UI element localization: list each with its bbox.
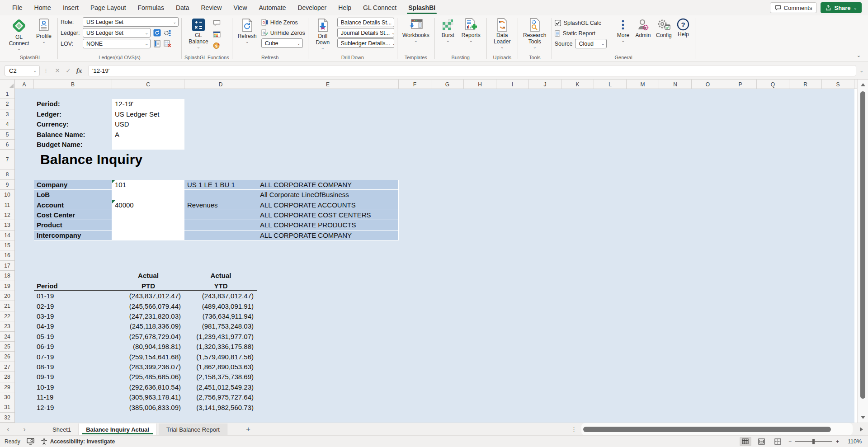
- balance-period[interactable]: 06-19: [34, 342, 112, 352]
- balance-ytd-value[interactable]: (981,753,248.03): [184, 321, 257, 331]
- unhide-zeros-button[interactable]: 0 UnHide Zeros: [261, 28, 305, 38]
- tab-scroll-right[interactable]: ›: [16, 423, 33, 435]
- zoom-level[interactable]: 110%: [844, 438, 862, 445]
- column-header-B[interactable]: B: [34, 80, 112, 89]
- row-header-20[interactable]: 20: [0, 291, 14, 301]
- column-header-H[interactable]: H: [464, 80, 496, 89]
- row-header-9[interactable]: 9: [0, 180, 14, 190]
- research-tools-chevron[interactable]: ⌄: [533, 45, 537, 49]
- balance-ptd-value[interactable]: (257,678,729.04): [112, 332, 184, 342]
- row-header-7[interactable]: 7: [0, 150, 14, 169]
- column-header-F[interactable]: F: [399, 80, 431, 89]
- hide-zeros-button[interactable]: 0 Hide Zeros: [261, 18, 305, 27]
- dim-input-product[interactable]: [112, 220, 184, 230]
- workbooks-button[interactable]: Workbooks ⌄: [400, 17, 432, 42]
- column-header-Q[interactable]: Q: [757, 80, 789, 89]
- column-header-L[interactable]: L: [594, 80, 627, 89]
- column-header-G[interactable]: G: [431, 80, 464, 89]
- role-select[interactable]: US Ledger Set⌄: [83, 17, 179, 27]
- profile-chevron[interactable]: ⌄: [42, 40, 46, 43]
- dim-desc-company[interactable]: US 1 LE 1 BU 1: [184, 180, 257, 190]
- menu-gl-connect[interactable]: GL Connect: [357, 0, 402, 15]
- page-layout-view-button[interactable]: [756, 437, 768, 446]
- balance-ytd-value[interactable]: (736,634,911.94): [184, 311, 257, 321]
- balance-ptd-value[interactable]: (283,399,236.07): [112, 362, 184, 372]
- comment-function-button[interactable]: [212, 19, 221, 27]
- balance-ptd-value[interactable]: (295,485,685.06): [112, 372, 184, 382]
- balance-ptd-value[interactable]: (243,837,012.47): [112, 291, 184, 301]
- dim-detail-company[interactable]: ALL CORPORATE COMPANY: [257, 180, 399, 190]
- drill-down-button[interactable]: Drill Down ⌄: [311, 17, 335, 50]
- row-header-15[interactable]: 15: [0, 240, 14, 250]
- balance-ytd-value[interactable]: (2,158,375,738.69): [184, 372, 257, 382]
- menu-data[interactable]: Data: [170, 0, 195, 15]
- column-header-C[interactable]: C: [112, 80, 184, 89]
- spreadsheet[interactable]: Balance Inquiry Period:12-19'Ledger:US L…: [15, 89, 854, 423]
- dim-label-intercompany[interactable]: Intercompany: [34, 231, 112, 240]
- row-header-32[interactable]: 32: [0, 413, 14, 423]
- dim-label-account[interactable]: Account: [34, 200, 112, 210]
- row-header-31[interactable]: 31: [0, 402, 14, 412]
- row-header-30[interactable]: 30: [0, 392, 14, 402]
- balance-period[interactable]: 02-19: [34, 301, 112, 311]
- scroll-up-arrow[interactable]: [861, 83, 865, 86]
- balance-period[interactable]: 04-19: [34, 321, 112, 331]
- balance-ptd-value[interactable]: (245,566,079.44): [112, 301, 184, 311]
- data-loader-button[interactable]: Data Loader ⌄: [490, 17, 515, 49]
- row-header-13[interactable]: 13: [0, 220, 14, 230]
- info-value[interactable]: [112, 140, 184, 150]
- scroll-down-arrow[interactable]: [861, 416, 865, 419]
- row-header-1[interactable]: 1: [0, 89, 14, 99]
- dim-input-company[interactable]: 101: [112, 180, 184, 190]
- balance-ytd-value[interactable]: (1,862,890,053.63): [184, 362, 257, 372]
- drill-down-chevron[interactable]: ⌄: [321, 46, 325, 50]
- info-value[interactable]: US Ledger Set: [112, 109, 184, 119]
- table-function-button[interactable]: [212, 30, 221, 38]
- cube-select[interactable]: Cube⌄: [261, 38, 303, 48]
- balance-ptd-value[interactable]: (245,118,336.09): [112, 321, 184, 331]
- admin-button[interactable]: Admin: [632, 17, 653, 38]
- vertical-scrollbar[interactable]: [857, 80, 868, 423]
- dim-input-intercompany[interactable]: [112, 231, 184, 240]
- info-label[interactable]: Ledger:: [34, 109, 112, 119]
- dim-label-cost-center[interactable]: Cost Center: [34, 210, 112, 220]
- row-header-22[interactable]: 22: [0, 311, 14, 321]
- workbooks-chevron[interactable]: ⌄: [414, 39, 418, 42]
- ledger-select[interactable]: US Ledger Set⌄: [83, 28, 151, 38]
- balance-period[interactable]: 09-19: [34, 372, 112, 382]
- row-header-12[interactable]: 12: [0, 210, 14, 220]
- vertical-scroll-thumb[interactable]: [860, 91, 865, 399]
- balance-period[interactable]: 07-19: [34, 352, 112, 362]
- row-header-18[interactable]: 18: [0, 271, 14, 281]
- row-header-28[interactable]: 28: [0, 372, 14, 382]
- row-header-16[interactable]: 16: [0, 250, 14, 260]
- menu-file[interactable]: File: [6, 0, 28, 15]
- confirm-entry-button[interactable]: ✓: [63, 65, 74, 76]
- gl-connect-chevron[interactable]: ⌄: [17, 47, 21, 51]
- dim-detail-cost-center[interactable]: ALL CORPORATE COST CENTERS: [257, 210, 399, 220]
- display-settings-icon[interactable]: [27, 438, 34, 445]
- balance-ptd-value[interactable]: (292,636,810.54): [112, 382, 184, 392]
- balance-ytd-value[interactable]: (243,837,012.47): [184, 291, 257, 301]
- column-header-S[interactable]: S: [822, 80, 854, 89]
- row-header-2[interactable]: 2: [0, 99, 14, 109]
- menu-insert[interactable]: Insert: [57, 0, 85, 15]
- zoom-in-button[interactable]: +: [836, 438, 839, 445]
- dim-desc-intercompany[interactable]: [184, 231, 257, 240]
- balance-ptd-value[interactable]: (247,231,820.03): [112, 311, 184, 321]
- page-title[interactable]: Balance Inquiry: [38, 150, 142, 169]
- row-header-25[interactable]: 25: [0, 342, 14, 352]
- splashgl-calc-checkbox[interactable]: SplashGL Calc: [555, 18, 607, 28]
- share-button[interactable]: Share ⌄: [821, 2, 862, 13]
- formula-input[interactable]: '12-19': [88, 65, 856, 76]
- more-chevron[interactable]: ⌄: [622, 39, 625, 42]
- info-value[interactable]: 12-19': [112, 99, 184, 109]
- tab-scroll-left[interactable]: ‹: [0, 423, 16, 435]
- balance-period[interactable]: 12-19: [34, 403, 112, 413]
- balance-ytd-value[interactable]: (1,579,490,817.56): [184, 352, 257, 362]
- row-header-10[interactable]: 10: [0, 190, 14, 200]
- balance-ytd-value[interactable]: (1,320,336,175.88): [184, 342, 257, 352]
- subledger-details-select[interactable]: Subledger Details...⌄: [337, 38, 394, 48]
- accessibility-status[interactable]: Accessibility: Investigate: [41, 438, 115, 445]
- info-label[interactable]: Budget Name:: [34, 140, 112, 150]
